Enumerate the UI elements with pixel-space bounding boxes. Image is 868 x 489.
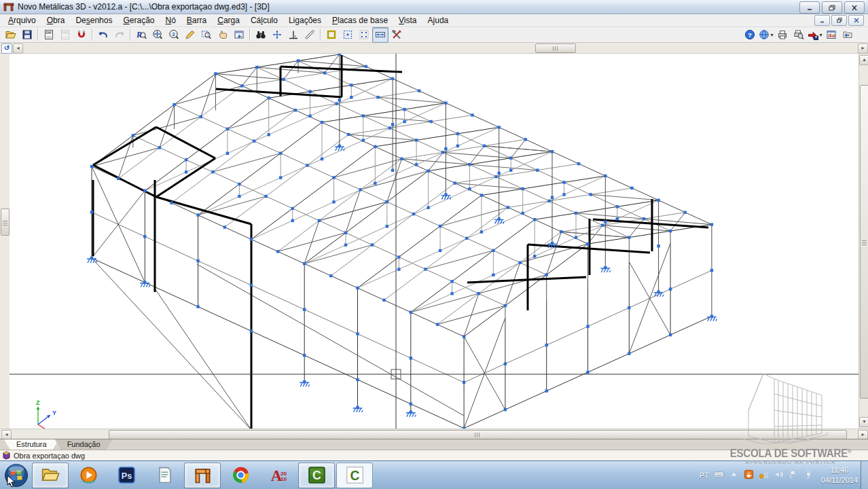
print-preview-button[interactable]	[791, 27, 807, 43]
search-button[interactable]	[253, 27, 269, 43]
redo-button[interactable]	[111, 27, 128, 43]
java-icon[interactable]	[744, 469, 754, 481]
show-desktop-button[interactable]	[861, 461, 868, 489]
rotate-view-button[interactable]: ↺	[1, 43, 12, 54]
scroll-down-icon[interactable]: ▾	[859, 417, 868, 427]
menu-nó[interactable]: Nó	[160, 14, 181, 26]
toolbar-separator	[130, 29, 131, 41]
tab-fundação[interactable]: Fundação	[55, 439, 113, 450]
print-button[interactable]	[774, 27, 791, 43]
import-dxf-button[interactable]: DXF	[41, 27, 57, 43]
tab-estrutura[interactable]: Estrutura	[4, 439, 59, 450]
toolbar: DXFDWGR2?▾▾	[0, 27, 868, 43]
redraw-button[interactable]: R	[133, 27, 149, 43]
taskbar-photoshop-button[interactable]: Ps	[108, 463, 145, 488]
save-icon	[22, 29, 33, 40]
menu-ligações[interactable]: Ligações	[283, 14, 327, 26]
menu-vista[interactable]: Vista	[393, 14, 422, 26]
keyboard-icon[interactable]	[714, 469, 724, 481]
menu-barra[interactable]: Barra	[181, 14, 212, 26]
menu-arquivo[interactable]: Arquivo	[3, 14, 41, 26]
mark-zoom-button[interactable]	[182, 27, 198, 43]
menu-ajuda[interactable]: Ajuda	[422, 14, 454, 26]
clock-time: 11:46	[821, 465, 858, 475]
metalicas-3d-icon	[194, 466, 212, 484]
taskbar-explorer-button[interactable]	[32, 463, 69, 488]
taskbar-camtasia-button[interactable]: C	[298, 463, 335, 488]
mdi-restore-button[interactable]	[831, 15, 847, 26]
power-icon[interactable]	[803, 469, 814, 481]
zoom-window-button[interactable]	[198, 27, 215, 43]
zoom-x2-button[interactable]: 2	[166, 27, 182, 43]
toolbar-separator	[92, 29, 93, 41]
svg-text:2: 2	[172, 31, 175, 37]
mdi-close-button[interactable]	[848, 15, 864, 26]
help-button[interactable]: ?	[742, 27, 758, 43]
menu-geração[interactable]: Geração	[117, 14, 160, 26]
ortho-mode-button[interactable]	[323, 27, 340, 43]
language-indicator[interactable]: PT	[700, 471, 709, 479]
scroll-right-icon[interactable]: ▸	[858, 43, 868, 54]
taskbar-autocad-button[interactable]: A2010	[260, 463, 297, 488]
taskbar-media-player-button[interactable]	[70, 463, 107, 488]
minimize-button[interactable]	[799, 1, 820, 14]
zoom-extents-button[interactable]	[149, 27, 166, 43]
top-scroll-thumb[interactable]	[535, 43, 576, 53]
svg-text:C: C	[350, 468, 359, 483]
toolbar-separator	[320, 29, 321, 41]
grid-button[interactable]	[356, 27, 372, 43]
svg-text:?: ?	[748, 31, 752, 39]
network-icon[interactable]	[759, 469, 769, 481]
svg-text:DWG: DWG	[62, 31, 69, 35]
scroll-up-icon[interactable]: ▴	[859, 55, 868, 65]
menu-bar: ArquivoObraDesenhosGeraçãoNóBarraCargaCá…	[0, 14, 868, 27]
taskbar-camtasia-recorder-button[interactable]: C	[336, 463, 373, 488]
application-window: Novo Metálicas 3D - v2012.a - [C:\...\Ob…	[0, 0, 868, 489]
window-title: Novo Metálicas 3D - v2012.a - [C:\...\Ob…	[18, 2, 270, 12]
save-button[interactable]	[19, 27, 35, 43]
taskbar-clock[interactable]: 11:46 04/11/2014	[821, 465, 858, 485]
dropdown-arrow-icon[interactable]: ▾	[819, 32, 822, 38]
pan-button[interactable]	[215, 27, 231, 43]
taskbar-chrome-button[interactable]	[222, 463, 259, 488]
orthogonal-button[interactable]	[285, 27, 302, 43]
move-node-button[interactable]	[269, 27, 285, 43]
drawing-canvas[interactable]: Z Y X	[10, 54, 858, 429]
object-snap-magnet-button[interactable]	[73, 27, 90, 43]
dimensions-button[interactable]	[372, 27, 388, 43]
restore-button[interactable]	[822, 1, 842, 14]
drawing-window-button[interactable]	[823, 27, 839, 43]
media-player-icon	[79, 466, 98, 484]
folder-open-icon	[5, 29, 16, 40]
scroll-left-icon[interactable]: ◂	[13, 43, 23, 54]
tray-arrow-icon[interactable]	[729, 469, 739, 481]
previous-view-button[interactable]	[231, 27, 247, 43]
measure-button[interactable]	[302, 27, 318, 43]
right-scroll-thumb[interactable]	[860, 85, 868, 399]
left-scroll-thumb[interactable]	[1, 209, 10, 236]
online-services-button[interactable]: ▾	[758, 27, 774, 43]
tools-button[interactable]	[388, 27, 405, 43]
taskbar-metalicas-3d-button[interactable]	[184, 463, 221, 488]
export-drawing-button[interactable]: ▾	[807, 27, 823, 43]
taskbar-notepad-button[interactable]	[146, 463, 183, 488]
menu-carga[interactable]: Carga	[212, 14, 245, 26]
close-button[interactable]	[844, 1, 865, 14]
close-view-button[interactable]	[839, 27, 856, 43]
mdi-minimize-button[interactable]	[814, 15, 830, 26]
start-button[interactable]	[4, 463, 29, 488]
selection-button[interactable]	[340, 27, 356, 43]
hand-icon	[217, 29, 228, 40]
volume-icon[interactable]	[774, 469, 784, 481]
menu-placas-de-base[interactable]: Placas de base	[327, 14, 393, 26]
dropdown-arrow-icon[interactable]: ▾	[770, 32, 773, 38]
bottom-scroll-thumb[interactable]	[109, 430, 847, 439]
menu-obra[interactable]: Obra	[41, 14, 71, 26]
menu-cálculo[interactable]: Cálculo	[245, 14, 283, 26]
menu-desenhos[interactable]: Desenhos	[70, 14, 117, 26]
flag-icon[interactable]	[789, 469, 799, 481]
dxf-import-icon: DXF	[43, 29, 54, 40]
export-dxf-button[interactable]: DWG	[57, 27, 73, 43]
undo-button[interactable]	[95, 27, 111, 43]
open-file-button[interactable]	[3, 27, 19, 43]
